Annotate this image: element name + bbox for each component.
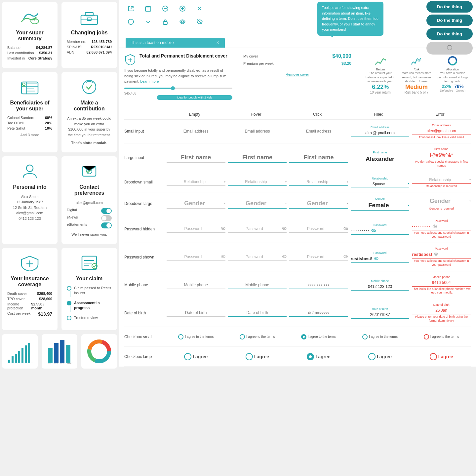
- mobile-input-filled[interactable]: [351, 283, 410, 291]
- lock-icon[interactable]: [160, 17, 171, 27]
- password-shown-error[interactable]: restisbest: [412, 251, 471, 258]
- checkbox-large-click[interactable]: I agree: [307, 353, 330, 360]
- minus-icon[interactable]: [160, 3, 171, 14]
- gender-dropdown-error[interactable]: Gender ▾: [412, 196, 471, 206]
- password-hidden-error[interactable]: ••••••••••: [412, 223, 471, 230]
- password-show-icon[interactable]: [374, 257, 378, 261]
- password-show-icon[interactable]: [343, 255, 348, 259]
- name-input-hover[interactable]: [228, 153, 287, 163]
- mobile-input-click[interactable]: [289, 281, 348, 289]
- svg-text:Current: Current: [66, 363, 71, 365]
- checkbox-small-error[interactable]: I agree to the terms: [424, 334, 459, 339]
- svg-rect-14: [27, 91, 35, 92]
- password-hidden-click[interactable]: Password: [289, 225, 348, 233]
- contact-prefs-title: Contact preferences: [67, 184, 112, 196]
- action-btn-2[interactable]: Do the thing: [426, 15, 473, 26]
- svg-point-60: [128, 19, 134, 24]
- password-hide-icon[interactable]: [432, 224, 437, 229]
- name-input-filled[interactable]: [351, 154, 410, 164]
- password-shown-hover[interactable]: Password: [228, 253, 287, 261]
- gender-dropdown-click[interactable]: Gender ▾: [289, 199, 348, 209]
- mobile-input-error[interactable]: [412, 279, 471, 287]
- svg-point-83: [435, 254, 437, 255]
- email-input-error[interactable]: [412, 127, 471, 135]
- mobile-input-hover[interactable]: [228, 281, 287, 289]
- checkbox-large-hover[interactable]: I agree: [246, 353, 269, 360]
- checkbox-large-empty[interactable]: I agree: [184, 353, 208, 360]
- password-hide-icon[interactable]: [282, 226, 287, 231]
- relationship-dropdown-error[interactable]: Relationship ▾: [412, 176, 471, 184]
- eye-icon[interactable]: [177, 17, 188, 27]
- name-input-click[interactable]: [289, 153, 348, 163]
- relationship-dropdown-empty[interactable]: Relationship ▾: [167, 178, 225, 186]
- close-icon[interactable]: [194, 3, 205, 14]
- checkbox-small-hover[interactable]: I agree to the terms: [240, 334, 275, 339]
- checkbox-small-row: Checkbox small I agree to the terms I ag…: [124, 327, 471, 347]
- super-summary-icon: [20, 9, 40, 26]
- checkbox-small-empty[interactable]: I agree to the terms: [178, 334, 214, 339]
- checkbox-large-error[interactable]: I agree: [430, 353, 453, 360]
- svg-rect-29: [15, 354, 17, 363]
- insurance-coverage-card: Your insurance coverage Death cover$298,…: [2, 248, 58, 330]
- password-hidden-filled[interactable]: ••••••••••: [351, 227, 410, 235]
- checkbox-large-filled[interactable]: I agree: [368, 353, 392, 360]
- password-hide-icon[interactable]: [343, 226, 348, 231]
- name-input-error[interactable]: [412, 151, 471, 159]
- svg-rect-61: [163, 21, 167, 24]
- password-shown-click[interactable]: Password: [289, 253, 348, 261]
- col-error: Error: [409, 112, 471, 117]
- password-show-icon[interactable]: [221, 255, 225, 259]
- dob-input-hover[interactable]: [228, 309, 287, 317]
- remove-cover-link[interactable]: Remove cover: [286, 72, 309, 76]
- external-link-icon[interactable]: [126, 3, 136, 14]
- claim-title: Your claim: [76, 276, 103, 282]
- gender-dropdown-empty[interactable]: Gender ▾: [167, 199, 225, 209]
- password-hidden-hover[interactable]: Password: [228, 225, 287, 233]
- eye-off-icon[interactable]: [194, 17, 205, 27]
- relationship-dropdown-hover[interactable]: Relationship ▾: [228, 178, 287, 186]
- insurance-desc: If you become totally and permanently di…: [124, 68, 232, 84]
- mobile-input-empty[interactable]: [167, 281, 225, 289]
- gender-dropdown-hover[interactable]: Gender ▾: [228, 199, 287, 209]
- chevron-down-icon[interactable]: [143, 17, 153, 27]
- checkbox-small-click[interactable]: I agree to the terms: [301, 334, 337, 339]
- dob-input-error[interactable]: [412, 307, 471, 314]
- beneficiaries-title: Beneficiaries of your super: [7, 100, 52, 112]
- svg-rect-12: [27, 83, 37, 84]
- svg-point-15: [83, 80, 96, 94]
- gender-dropdown-filled[interactable]: Female ▾: [351, 201, 410, 211]
- toast-close-icon[interactable]: ✕: [216, 40, 219, 45]
- mobile-phone-row: Mobile phone Mobile phone Mobile phone T…: [124, 271, 471, 299]
- tooltip-bubble: Tooltips are for showing extra informati…: [317, 2, 383, 36]
- dob-input-empty[interactable]: [167, 309, 225, 317]
- dob-input-click[interactable]: [289, 309, 348, 317]
- svg-point-81: [345, 256, 346, 257]
- password-hide-icon[interactable]: [221, 226, 225, 231]
- svg-point-82: [376, 258, 377, 259]
- bar-chart-1: [2, 334, 38, 369]
- svg-point-16: [89, 81, 90, 82]
- email-input-hover[interactable]: [228, 128, 287, 135]
- password-hide-icon[interactable]: [371, 228, 376, 233]
- svg-point-79: [222, 256, 224, 257]
- password-shown-empty[interactable]: Password: [167, 253, 225, 261]
- learn-more-link[interactable]: Learn more: [140, 79, 159, 83]
- plus-icon[interactable]: [177, 3, 188, 14]
- name-input-empty[interactable]: [167, 153, 225, 163]
- email-input-click[interactable]: [289, 128, 348, 135]
- password-shown-filled[interactable]: restisbest!: [351, 255, 410, 263]
- relationship-dropdown-click[interactable]: Relationship ▾: [289, 178, 348, 186]
- calendar-icon[interactable]: [143, 3, 153, 14]
- checkbox-small-filled[interactable]: I agree to the terms: [362, 334, 398, 339]
- contact-prefs-card: Contact preferences alex@gmail.com Digit…: [61, 156, 117, 244]
- svg-rect-37: [60, 340, 64, 363]
- dob-input-filled[interactable]: [351, 311, 410, 319]
- password-show-icon[interactable]: [282, 255, 287, 259]
- email-input-empty[interactable]: [167, 128, 225, 135]
- password-show-icon[interactable]: [434, 252, 438, 257]
- email-input-filled[interactable]: [351, 129, 410, 137]
- action-btn-1[interactable]: Do the thing: [426, 1, 473, 13]
- relationship-dropdown-filled[interactable]: Spouse ▾: [351, 180, 410, 187]
- password-hidden-empty[interactable]: Password: [167, 225, 225, 233]
- circle-icon[interactable]: [126, 17, 136, 27]
